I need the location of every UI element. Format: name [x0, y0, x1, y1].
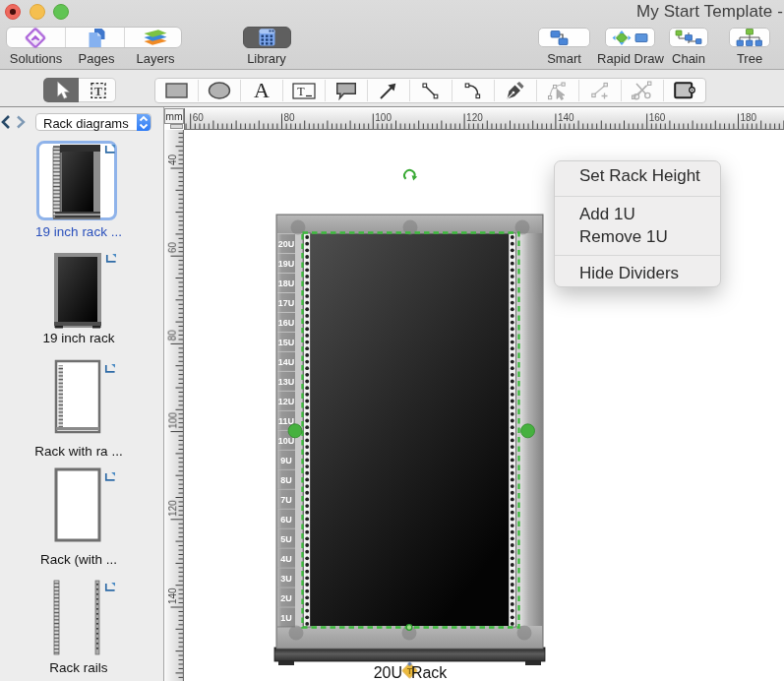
svg-text:18U: 18U — [278, 279, 295, 288]
svg-text:T: T — [297, 85, 305, 98]
svg-text:1U: 1U — [280, 613, 292, 623]
svg-text:140: 140 — [167, 588, 178, 604]
svg-text:180: 180 — [741, 112, 757, 123]
svg-text:160: 160 — [649, 112, 666, 123]
svg-text:120: 120 — [167, 500, 178, 517]
svg-text:T: T — [94, 84, 103, 97]
svg-text:5U: 5U — [280, 534, 292, 544]
svg-text:12U: 12U — [278, 397, 295, 406]
svg-text:100: 100 — [375, 112, 392, 123]
svg-text:8U: 8U — [280, 475, 292, 485]
svg-text:14U: 14U — [278, 357, 295, 367]
svg-text:17U: 17U — [278, 298, 295, 308]
svg-text:15U: 15U — [278, 338, 295, 347]
svg-text:4U: 4U — [280, 554, 292, 564]
svg-text:A: A — [254, 80, 270, 101]
svg-text:7U: 7U — [280, 495, 292, 505]
svg-text:60: 60 — [193, 112, 205, 123]
svg-text:16U: 16U — [278, 318, 295, 328]
svg-text:120: 120 — [466, 112, 483, 123]
svg-text:9U: 9U — [280, 456, 292, 465]
svg-text:19U: 19U — [278, 259, 295, 269]
svg-text:2U: 2U — [280, 593, 292, 603]
svg-text:13U: 13U — [278, 377, 295, 387]
svg-text:20U: 20U — [278, 239, 295, 249]
svg-text:40: 40 — [167, 154, 178, 165]
svg-text:100: 100 — [167, 411, 178, 428]
svg-text:60: 60 — [167, 242, 178, 254]
svg-text:6U: 6U — [280, 515, 292, 525]
svg-text:140: 140 — [558, 112, 574, 123]
svg-text:80: 80 — [284, 112, 296, 123]
svg-text:3U: 3U — [280, 574, 292, 584]
svg-text:80: 80 — [167, 330, 178, 341]
